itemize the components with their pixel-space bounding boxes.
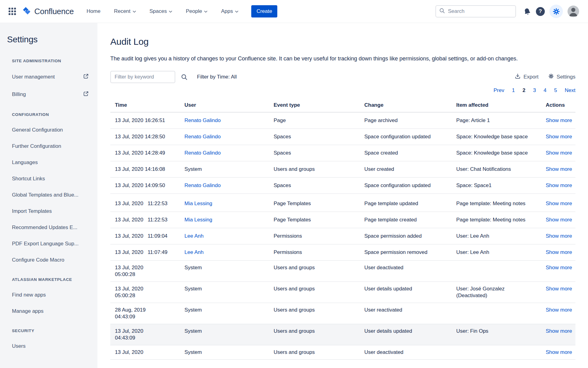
sidebar-item-pdf-export-language-sup[interactable]: PDF Export Language Sup... xyxy=(7,241,89,247)
cell-actions: Show more xyxy=(541,178,575,194)
help-icon[interactable]: ? xyxy=(536,7,545,16)
pagination-prev[interactable]: Prev xyxy=(494,87,504,94)
sidebar-item-label: Manage apps xyxy=(12,308,44,314)
time-filter[interactable]: Filter by Time: All xyxy=(197,74,237,80)
show-more-link[interactable]: Show more xyxy=(546,265,572,270)
table-row: 13 Jul, 202011:22:53Mia LessingPage Temp… xyxy=(110,212,575,228)
user-link[interactable]: Mia Lessing xyxy=(184,217,212,223)
table-row: 13 Jul, 202014:16:08SystemUsers and grou… xyxy=(110,161,575,178)
show-more-link[interactable]: Show more xyxy=(546,349,572,355)
event-date: 13 Jul, 2020 xyxy=(115,117,143,123)
event-time: 14:16:08 xyxy=(145,166,165,172)
cell-user: System xyxy=(180,261,269,282)
notifications-bell-icon[interactable] xyxy=(523,7,531,16)
pagination-next[interactable]: Next xyxy=(565,87,575,94)
user-link[interactable]: Mia Lessing xyxy=(184,201,212,206)
chevron-down-icon xyxy=(235,8,238,14)
show-more-link[interactable]: Show more xyxy=(546,286,572,292)
event-date: 13 Jul, 2020 xyxy=(115,249,143,255)
user-link[interactable]: Renato Galindo xyxy=(184,117,221,123)
keyword-filter-input[interactable] xyxy=(110,71,175,83)
user-link[interactable]: Lee Anh xyxy=(184,249,203,255)
pagination-page-3[interactable]: 3 xyxy=(533,87,536,94)
table-row: 28 Aug, 201904:43:09SystemUsers and grou… xyxy=(110,303,575,324)
cell-change: Page archived xyxy=(360,113,452,128)
cell-actions: Show more xyxy=(541,282,575,303)
show-more-link[interactable]: Show more xyxy=(546,201,572,206)
audit-settings-button[interactable]: Settings xyxy=(548,73,575,81)
sidebar-item-recommended-updates-e[interactable]: Recommended Updates E... xyxy=(7,224,89,231)
user-link[interactable]: Renato Galindo xyxy=(184,182,221,188)
cell-item-affected: Page template: Meeting notes xyxy=(452,212,541,228)
user-avatar[interactable] xyxy=(567,6,579,17)
table-row: 13 Jul, 202014:09:50Renato GalindoSpaces… xyxy=(110,178,575,194)
sidebar-item-manage-apps[interactable]: Manage apps xyxy=(7,308,89,314)
export-button[interactable]: Export xyxy=(514,73,538,81)
cell-time: 13 Jul, 202016:26:51 xyxy=(110,113,180,128)
filter-search-icon[interactable] xyxy=(181,74,188,81)
sidebar-item-shortcut-links[interactable]: Shortcut Links xyxy=(7,176,89,182)
sidebar-item-find-new-apps[interactable]: Find new apps xyxy=(7,292,89,298)
show-more-link[interactable]: Show more xyxy=(546,150,572,156)
sidebar-item-global-templates-and-blue[interactable]: Global Templates and Blue... xyxy=(7,192,89,198)
sidebar-item-import-templates[interactable]: Import Templates xyxy=(7,208,89,214)
pagination-page-5[interactable]: 5 xyxy=(554,87,557,94)
show-more-link[interactable]: Show more xyxy=(546,166,572,172)
search-input[interactable] xyxy=(448,8,516,14)
global-search[interactable] xyxy=(435,5,516,17)
nav-item-label: Home xyxy=(87,8,101,14)
nav-item-label: Apps xyxy=(221,8,233,14)
show-more-link[interactable]: Show more xyxy=(546,134,572,140)
pagination-page-1[interactable]: 1 xyxy=(512,87,515,94)
sidebar-item-configure-code-macro[interactable]: Configure Code Macro xyxy=(7,257,89,263)
sidebar-item-billing[interactable]: Billing xyxy=(7,91,89,98)
event-date: 13 Jul, 2020 xyxy=(115,217,143,223)
cell-time: 13 Jul, 202011:09:04 xyxy=(110,228,180,244)
app-switcher-icon[interactable] xyxy=(8,7,16,15)
cell-actions: Show more xyxy=(541,261,575,282)
column-header-time: Time xyxy=(110,99,180,112)
user-link[interactable]: Renato Galindo xyxy=(184,150,221,156)
audit-log-table: TimeUserEvent typeChangeItem affectedAct… xyxy=(110,99,575,360)
confluence-logo[interactable]: Confluence xyxy=(22,6,74,17)
nav-item-spaces[interactable]: Spaces xyxy=(150,8,173,14)
pagination-page-2[interactable]: 2 xyxy=(522,87,525,94)
top-navigation: Confluence HomeRecentSpacesPeopleApps Cr… xyxy=(0,0,588,23)
nav-item-people[interactable]: People xyxy=(186,8,207,14)
user-link[interactable]: Renato Galindo xyxy=(184,134,221,140)
cell-event-type: Users and groups xyxy=(269,324,360,345)
create-button[interactable]: Create xyxy=(251,5,277,17)
table-row: 13 Jul, 2020SystemUsers and groupsUser d… xyxy=(110,345,575,360)
user-name: System xyxy=(184,166,202,172)
item-affected: Space: Knowledge base space xyxy=(456,134,528,140)
event-time: 04:43:09 xyxy=(115,313,177,320)
show-more-link[interactable]: Show more xyxy=(546,328,572,334)
show-more-link[interactable]: Show more xyxy=(546,233,572,239)
cell-change: User deactivated xyxy=(360,345,452,359)
show-more-link[interactable]: Show more xyxy=(546,307,572,313)
event-date: 13 Jul, 2020 xyxy=(115,349,143,355)
cell-actions: Show more xyxy=(541,161,575,177)
show-more-link[interactable]: Show more xyxy=(546,117,572,123)
user-link[interactable]: Lee Anh xyxy=(184,233,203,239)
show-more-link[interactable]: Show more xyxy=(546,182,572,188)
sidebar-item-user-management[interactable]: User management xyxy=(7,73,89,81)
sidebar-section-security: SECURITYUsers xyxy=(7,328,89,349)
sidebar-item-users[interactable]: Users xyxy=(7,343,89,349)
cell-item-affected: Space: Knowledge base space xyxy=(452,129,541,145)
pagination-page-4[interactable]: 4 xyxy=(544,87,546,94)
cell-time: 13 Jul, 202014:16:08 xyxy=(110,161,180,177)
item-affected: User: Lee Anh xyxy=(456,249,489,255)
nav-item-apps[interactable]: Apps xyxy=(221,8,238,14)
sidebar-item-further-configuration[interactable]: Further Configuration xyxy=(7,143,89,149)
cell-user: Mia Lessing xyxy=(180,196,269,212)
cell-change: Space configuration updated xyxy=(360,129,452,145)
settings-gear-icon[interactable] xyxy=(549,5,563,18)
show-more-link[interactable]: Show more xyxy=(546,217,572,223)
nav-item-home[interactable]: Home xyxy=(87,8,101,14)
sidebar-item-general-configuration[interactable]: General Configuration xyxy=(7,127,89,133)
show-more-link[interactable]: Show more xyxy=(546,249,572,255)
sidebar-item-languages[interactable]: Languages xyxy=(7,159,89,166)
nav-item-recent[interactable]: Recent xyxy=(114,8,136,14)
item-affected: Page: Article 1 xyxy=(456,117,490,123)
